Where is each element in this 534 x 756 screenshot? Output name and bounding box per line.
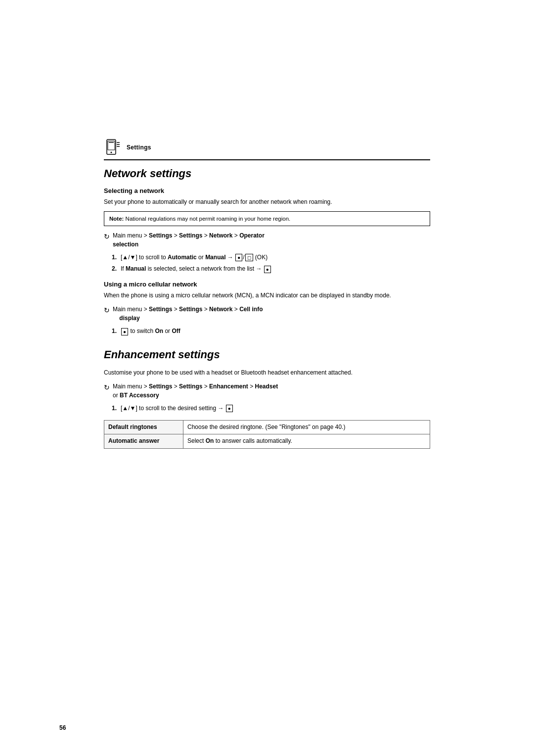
selecting-network-subtitle: Selecting a network xyxy=(104,187,430,194)
settings-header: Settings xyxy=(104,139,430,160)
enhancement-step-1: [▲/▼] to scroll to the desired setting →… xyxy=(112,404,430,413)
enhancement-arrow-icon: ↻ xyxy=(104,382,110,393)
svg-point-2 xyxy=(111,152,112,153)
content-area: Settings Network settings Selecting a ne… xyxy=(44,0,490,488)
ringtones-value: Choose the desired ringtone. (See "Ringt… xyxy=(183,420,430,434)
network-menu-path-text: Main menu > Settings > Settings > Networ… xyxy=(113,231,265,249)
selecting-network-steps: [▲/▼] to scroll to Automatic or Manual →… xyxy=(112,253,430,274)
page-container: Settings Network settings Selecting a ne… xyxy=(0,0,534,756)
cell-info-arrow-icon: ↻ xyxy=(104,305,110,316)
note-bold-label: Note: xyxy=(109,216,124,222)
network-menu-path: ↻ Main menu > Settings > Settings > Netw… xyxy=(104,231,430,249)
enhancement-steps: [▲/▼] to scroll to the desired setting →… xyxy=(112,404,430,413)
cell-info-menu-path-text: Main menu > Settings > Settings > Networ… xyxy=(113,305,263,323)
select-btn-icon: ● xyxy=(264,266,271,273)
micro-cellular-subtitle: Using a micro cellular network xyxy=(104,281,430,288)
note-box: Note: National regulations may not permi… xyxy=(104,211,430,226)
enhancement-table: Default ringtones Choose the desired rin… xyxy=(104,420,430,449)
micro-cellular-description: When the phone is using a micro cellular… xyxy=(104,291,430,300)
network-settings-title: Network settings xyxy=(104,167,430,180)
enhancement-description: Customise your phone to be used with a h… xyxy=(104,368,430,377)
enhancement-menu-path: ↻ Main menu > Settings > Settings > Enha… xyxy=(104,382,430,400)
step-2: If Manual is selected, select a network … xyxy=(112,264,430,274)
cell-info-menu-path: ↻ Main menu > Settings > Settings > Netw… xyxy=(104,305,430,323)
step-1: [▲/▼] to scroll to Automatic or Manual →… xyxy=(112,253,430,262)
ringtones-label: Default ringtones xyxy=(104,420,183,434)
ok-btn-icon: ◻ xyxy=(245,254,253,261)
enhancement-settings-title: Enhancement settings xyxy=(104,348,430,361)
enhancement-btn-icon: ● xyxy=(226,405,233,412)
cell-btn-icon: ● xyxy=(121,328,128,335)
svg-rect-3 xyxy=(109,142,114,143)
note-label: Note: National regulations may not permi… xyxy=(109,216,290,222)
table-row-ringtones: Default ringtones Choose the desired rin… xyxy=(104,420,430,434)
auto-answer-value: Select On to answer calls automatically. xyxy=(183,434,430,448)
cell-info-step-1: ● to switch On or Off xyxy=(112,327,430,336)
cell-info-steps: ● to switch On or Off xyxy=(112,327,430,336)
enhancement-menu-path-text: Main menu > Settings > Settings > Enhanc… xyxy=(113,382,278,400)
center-btn-icon: ● xyxy=(235,254,242,261)
menu-path-arrow-icon: ↻ xyxy=(104,232,110,242)
page-number: 56 xyxy=(59,724,66,731)
auto-answer-label: Automatic answer xyxy=(104,434,183,448)
settings-label: Settings xyxy=(127,144,151,151)
note-text: National regulations may not permit roam… xyxy=(126,216,291,222)
selecting-network-description: Set your phone to automatically or manua… xyxy=(104,197,430,206)
enhancement-table-body: Default ringtones Choose the desired rin… xyxy=(104,420,430,448)
settings-icon xyxy=(104,139,122,156)
table-row-auto-answer: Automatic answer Select On to answer cal… xyxy=(104,434,430,448)
